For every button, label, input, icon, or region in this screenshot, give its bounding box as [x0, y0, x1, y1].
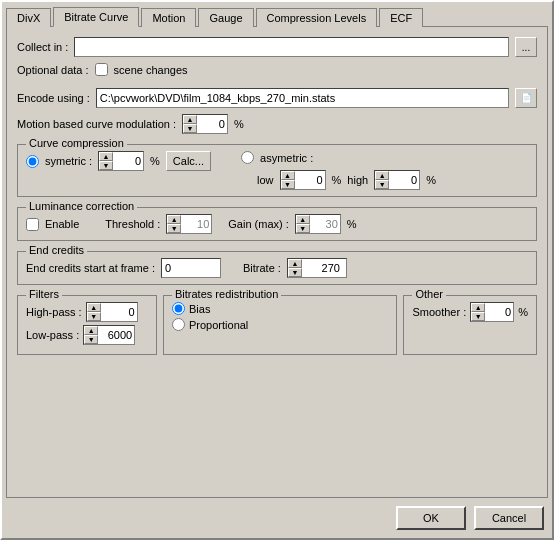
scene-changes-checkbox[interactable] [95, 63, 108, 76]
smoother-row: Smoother : ▲ ▼ % [412, 302, 528, 322]
symetric-down-button[interactable]: ▼ [99, 161, 113, 170]
low-down-button[interactable]: ▼ [281, 180, 295, 189]
gain-spinner[interactable]: ▲ ▼ [295, 214, 341, 234]
tab-gauge[interactable]: Gauge [198, 8, 253, 27]
symetric-radio[interactable] [26, 155, 39, 168]
motion-curve-label: Motion based curve modulation : [17, 118, 176, 130]
tab-motion[interactable]: Motion [141, 8, 196, 27]
threshold-up-button[interactable]: ▲ [167, 215, 181, 224]
end-credits-bitrate-label: Bitrate : [243, 262, 281, 274]
smoother-unit: % [518, 306, 528, 318]
symetric-up-button[interactable]: ▲ [99, 152, 113, 161]
highpass-row: High-pass : ▲ ▼ [26, 302, 148, 322]
end-credits-title: End credits [26, 244, 87, 256]
motion-curve-row: Motion based curve modulation : ▲ ▼ % [17, 114, 537, 134]
end-credits-bitrate-spinner[interactable]: ▲ ▼ [287, 258, 347, 278]
high-spinner[interactable]: ▲ ▼ [374, 170, 420, 190]
smoother-spinner[interactable]: ▲ ▼ [470, 302, 514, 322]
gain-input[interactable] [310, 215, 340, 233]
optional-data-row: Optional data : scene changes [17, 63, 537, 76]
encode-using-input[interactable] [96, 88, 509, 108]
end-credits-start-label: End credits start at frame : [26, 262, 155, 274]
optional-data-label: Optional data : [17, 64, 89, 76]
lowpass-up-button[interactable]: ▲ [84, 326, 98, 335]
tab-ecf[interactable]: ECF [379, 8, 423, 27]
low-input[interactable] [295, 171, 325, 189]
high-down-button[interactable]: ▼ [375, 180, 389, 189]
main-window: DivX Bitrate Curve Motion Gauge Compress… [0, 0, 554, 540]
calc-button[interactable]: Calc... [166, 151, 211, 171]
highpass-down-button[interactable]: ▼ [87, 312, 101, 321]
filters-group: Filters High-pass : ▲ ▼ Low-pass : [17, 295, 157, 355]
collect-in-input[interactable] [74, 37, 509, 57]
collect-in-browse-button[interactable]: ... [515, 37, 537, 57]
motion-curve-spinner-buttons[interactable]: ▲ ▼ [183, 115, 197, 133]
smoother-down-button[interactable]: ▼ [471, 312, 485, 321]
low-unit: % [332, 174, 342, 186]
gain-down-button[interactable]: ▼ [296, 224, 310, 233]
high-unit: % [426, 174, 436, 186]
scene-changes-label: scene changes [114, 64, 188, 76]
low-spinner[interactable]: ▲ ▼ [280, 170, 326, 190]
proportional-row: Proportional [172, 318, 388, 331]
luminance-enable-checkbox[interactable] [26, 218, 39, 231]
bitrate-up-button[interactable]: ▲ [288, 259, 302, 268]
smoother-label: Smoother : [412, 306, 466, 318]
low-high-row: low ▲ ▼ % high ▲ [257, 170, 436, 190]
tab-bar: DivX Bitrate Curve Motion Gauge Compress… [2, 2, 552, 26]
tab-compression-levels[interactable]: Compression Levels [256, 8, 378, 27]
tab-content: Collect in : ... Optional data : scene c… [6, 26, 548, 498]
threshold-input[interactable] [181, 215, 211, 233]
tab-bitrate-curve[interactable]: Bitrate Curve [53, 7, 139, 27]
lowpass-input[interactable] [98, 326, 134, 344]
bias-radio[interactable] [172, 302, 185, 315]
end-credits-row: End credits start at frame : Bitrate : ▲… [26, 258, 528, 278]
gain-label: Gain (max) : [228, 218, 289, 230]
highpass-spinner[interactable]: ▲ ▼ [86, 302, 138, 322]
other-title: Other [412, 288, 446, 300]
smoother-up-button[interactable]: ▲ [471, 303, 485, 312]
symetric-spinner[interactable]: ▲ ▼ [98, 151, 144, 171]
bitrates-title: Bitrates redistribution [172, 288, 281, 300]
lowpass-spinner[interactable]: ▲ ▼ [83, 325, 135, 345]
asymetric-row: asymetric : [241, 151, 436, 164]
gain-unit: % [347, 218, 357, 230]
bottom-bar: OK Cancel [2, 502, 552, 538]
luminance-group: Luminance correction Enable Threshold : … [17, 207, 537, 241]
tab-divx[interactable]: DivX [6, 8, 51, 27]
motion-curve-up-button[interactable]: ▲ [183, 115, 197, 124]
encode-using-label: Encode using : [17, 92, 90, 104]
curve-compression-group: Curve compression symetric : ▲ ▼ [17, 144, 537, 197]
bitrates-group: Bitrates redistribution Bias Proportiona… [163, 295, 397, 355]
curve-compression-title: Curve compression [26, 137, 127, 149]
end-credits-start-input[interactable] [161, 258, 221, 278]
bitrate-down-button[interactable]: ▼ [288, 268, 302, 277]
symetric-input[interactable] [113, 152, 143, 170]
threshold-down-button[interactable]: ▼ [167, 224, 181, 233]
proportional-radio[interactable] [172, 318, 185, 331]
cancel-button[interactable]: Cancel [474, 506, 544, 530]
high-up-button[interactable]: ▲ [375, 171, 389, 180]
encode-using-browse-button[interactable]: 📄 [515, 88, 537, 108]
highpass-up-button[interactable]: ▲ [87, 303, 101, 312]
motion-curve-spinner[interactable]: ▲ ▼ [182, 114, 228, 134]
high-input[interactable] [389, 171, 419, 189]
ok-button[interactable]: OK [396, 506, 466, 530]
low-up-button[interactable]: ▲ [281, 171, 295, 180]
symetric-row: symetric : ▲ ▼ % Calc... [26, 151, 211, 171]
lowpass-down-button[interactable]: ▼ [84, 335, 98, 344]
asymetric-label: asymetric : [260, 152, 313, 164]
gain-up-button[interactable]: ▲ [296, 215, 310, 224]
bitrate-input[interactable] [302, 259, 342, 277]
threshold-label: Threshold : [105, 218, 160, 230]
highpass-input[interactable] [101, 303, 137, 321]
highpass-label: High-pass : [26, 306, 82, 318]
symetric-spinner-buttons[interactable]: ▲ ▼ [99, 152, 113, 170]
symetric-unit: % [150, 155, 160, 167]
smoother-input[interactable] [485, 303, 513, 321]
symetric-label: symetric : [45, 155, 92, 167]
motion-curve-input[interactable] [197, 115, 227, 133]
motion-curve-down-button[interactable]: ▼ [183, 124, 197, 133]
asymetric-radio[interactable] [241, 151, 254, 164]
threshold-spinner[interactable]: ▲ ▼ [166, 214, 212, 234]
